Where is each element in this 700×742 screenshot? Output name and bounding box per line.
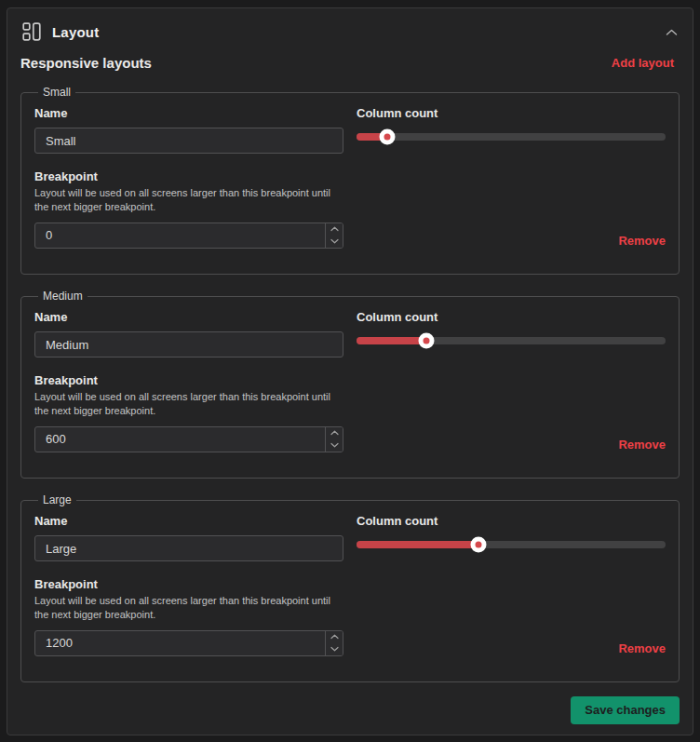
breakpoint-input[interactable]: 1200 bbox=[34, 630, 343, 656]
slider-fill bbox=[357, 541, 478, 548]
slider-fill bbox=[357, 337, 426, 344]
layout-box-large: Large Name Breakpoint Layout will be use… bbox=[20, 493, 680, 682]
breakpoint-value: 600 bbox=[35, 427, 325, 452]
layout-settings-panel: Layout Responsive layouts Add layout Sma… bbox=[7, 7, 693, 735]
name-column: Name Breakpoint Layout will be used on a… bbox=[34, 310, 343, 452]
column-count-column: Column count bbox=[357, 310, 666, 452]
panel-header: Layout bbox=[20, 20, 680, 44]
column-count-column: Column count bbox=[357, 514, 666, 656]
remove-layout-button[interactable]: Remove bbox=[618, 234, 666, 248]
save-changes-button[interactable]: Save changes bbox=[571, 696, 680, 724]
section-title: Responsive layouts bbox=[20, 55, 152, 71]
name-label: Name bbox=[34, 106, 343, 120]
spin-down-button[interactable] bbox=[326, 643, 343, 655]
breakpoint-value: 1200 bbox=[35, 631, 325, 655]
remove-layout-button[interactable]: Remove bbox=[618, 641, 666, 655]
breakpoint-value: 0 bbox=[35, 223, 325, 248]
spin-up-button[interactable] bbox=[326, 223, 343, 236]
name-input[interactable] bbox=[34, 535, 343, 561]
layout-legend: Small bbox=[38, 86, 75, 99]
number-spinner bbox=[325, 427, 343, 452]
spin-down-button[interactable] bbox=[326, 236, 343, 248]
breakpoint-help-text: Layout will be used on all screens large… bbox=[34, 594, 343, 622]
name-label: Name bbox=[34, 514, 343, 528]
breakpoint-input[interactable]: 0 bbox=[34, 223, 343, 249]
name-input[interactable] bbox=[34, 331, 343, 358]
breakpoint-help-text: Layout will be used on all screens large… bbox=[34, 390, 343, 418]
name-column: Name Breakpoint Layout will be used on a… bbox=[34, 514, 343, 656]
remove-layout-button[interactable]: Remove bbox=[618, 438, 666, 452]
column-count-label: Column count bbox=[357, 106, 666, 120]
column-count-slider[interactable] bbox=[357, 133, 666, 141]
breakpoint-help-text: Layout will be used on all screens large… bbox=[34, 186, 343, 214]
slider-thumb[interactable] bbox=[380, 129, 396, 145]
slider-thumb[interactable] bbox=[471, 537, 487, 553]
column-count-column: Column count bbox=[357, 106, 666, 249]
breakpoint-label: Breakpoint bbox=[34, 577, 343, 591]
layout-legend: Medium bbox=[38, 290, 88, 303]
breakpoint-label: Breakpoint bbox=[34, 169, 343, 183]
breakpoint-label: Breakpoint bbox=[34, 373, 343, 387]
panel-title: Layout bbox=[52, 24, 99, 40]
column-count-label: Column count bbox=[357, 514, 666, 528]
layout-box-medium: Medium Name Breakpoint Layout will be us… bbox=[20, 290, 680, 479]
collapse-panel-button[interactable] bbox=[664, 23, 680, 41]
spin-up-button[interactable] bbox=[326, 427, 343, 439]
spin-down-button[interactable] bbox=[326, 439, 343, 452]
column-count-slider[interactable] bbox=[357, 337, 666, 344]
column-count-slider[interactable] bbox=[357, 541, 666, 548]
layout-box-small: Small Name Breakpoint Layout will be use… bbox=[20, 86, 680, 275]
number-spinner bbox=[325, 223, 343, 248]
spin-up-button[interactable] bbox=[326, 631, 343, 643]
column-count-label: Column count bbox=[357, 310, 666, 324]
name-label: Name bbox=[34, 310, 343, 324]
chevron-up-icon bbox=[666, 25, 678, 39]
name-column: Name Breakpoint Layout will be used on a… bbox=[34, 106, 343, 249]
responsive-layouts-header: Responsive layouts Add layout bbox=[20, 55, 680, 71]
breakpoint-input[interactable]: 600 bbox=[34, 426, 343, 452]
layout-legend: Large bbox=[38, 493, 76, 506]
add-layout-button[interactable]: Add layout bbox=[612, 56, 674, 70]
number-spinner bbox=[325, 631, 343, 655]
layout-icon bbox=[22, 22, 41, 41]
name-input[interactable] bbox=[34, 128, 343, 154]
slider-thumb[interactable] bbox=[419, 333, 435, 349]
